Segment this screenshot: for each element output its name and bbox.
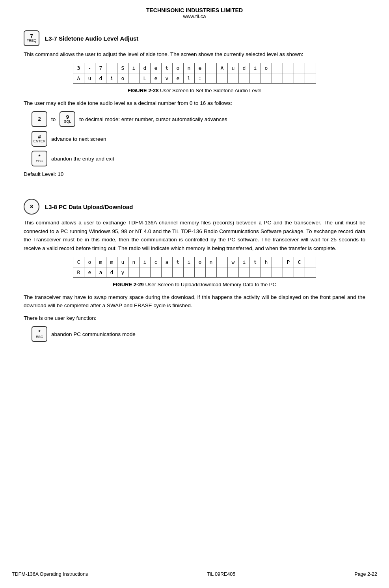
lcd-cell: v bbox=[162, 73, 173, 83]
lcd-cell bbox=[250, 267, 261, 277]
lcd-cell: o bbox=[117, 73, 128, 83]
lcd-cell bbox=[283, 73, 294, 83]
figure-2-28-lcd: 3-7SidetoneAudioAudioLevel: bbox=[73, 63, 316, 84]
key-row-2-to-9: 2 to 9 SQL to decimal mode: enter number… bbox=[32, 111, 365, 127]
key-2-9-desc: to decimal mode: enter number, cursor au… bbox=[79, 116, 227, 122]
key-enter-icon: # ENTER bbox=[32, 131, 47, 147]
lcd-cell: u bbox=[228, 63, 239, 73]
lcd-cell bbox=[217, 267, 228, 277]
section-l3-7-header: 7 FREQ L3-7 Sidetone Audio Level Adjust bbox=[24, 30, 365, 46]
lcd-cell bbox=[305, 257, 316, 267]
lcd-cell bbox=[128, 267, 140, 277]
section-l3-8-body3: There is one user key function: bbox=[24, 314, 365, 323]
lcd-cell: h bbox=[261, 257, 272, 267]
lcd-cell bbox=[173, 267, 184, 277]
lcd-cell bbox=[294, 63, 305, 73]
default-level: Default Level: 10 bbox=[24, 171, 365, 177]
section-l3-8-body1: This command allows a user to exchange T… bbox=[24, 218, 365, 252]
lcd-cell bbox=[184, 267, 195, 277]
lcd-cell: y bbox=[117, 267, 128, 277]
lcd-cell bbox=[140, 267, 151, 277]
lcd-cell: A bbox=[73, 73, 84, 83]
figure-2-29-lcd: CommunicationwithPCReady bbox=[73, 257, 316, 278]
key-esc1-desc: abandon the entry and exit bbox=[51, 156, 114, 162]
lcd-cell bbox=[151, 267, 162, 277]
lcd-cell bbox=[305, 63, 316, 73]
lcd-cell bbox=[106, 63, 117, 73]
lcd-cell bbox=[250, 73, 261, 83]
key-2-icon: 2 bbox=[32, 111, 47, 127]
figure-2-28-label: FIGURE 2-28 bbox=[128, 88, 159, 93]
figure-2-29-label: FIGURE 2-29 bbox=[113, 282, 144, 287]
lcd-cell: o bbox=[173, 63, 184, 73]
lcd-cell: R bbox=[73, 267, 84, 277]
lcd-cell: n bbox=[206, 257, 217, 267]
lcd-cell: a bbox=[95, 267, 106, 277]
lcd-cell bbox=[162, 267, 173, 277]
lcd-cell: i bbox=[184, 257, 195, 267]
page-header: TECHNISONIC INDUSTRIES LIMITED www.til.c… bbox=[0, 0, 389, 22]
lcd-cell bbox=[206, 267, 217, 277]
key-row-esc2: * ESC abandon PC communications mode bbox=[32, 326, 365, 342]
lcd-cell bbox=[272, 73, 283, 83]
lcd-cell: c bbox=[151, 257, 162, 267]
lcd-cell: : bbox=[195, 73, 206, 83]
lcd-cell: e bbox=[84, 267, 95, 277]
lcd-cell bbox=[228, 73, 239, 83]
lcd-cell bbox=[294, 267, 305, 277]
lcd-cell: C bbox=[73, 257, 84, 267]
lcd-cell bbox=[305, 73, 316, 83]
lcd-cell: m bbox=[106, 257, 117, 267]
website: www.til.ca bbox=[0, 13, 389, 19]
lcd-cell: t bbox=[173, 257, 184, 267]
lcd-cell bbox=[272, 63, 283, 73]
lcd-cell bbox=[283, 63, 294, 73]
lcd-cell: A bbox=[217, 63, 228, 73]
section-l3-7-title: L3-7 Sidetone Audio Level Adjust bbox=[45, 35, 138, 42]
section-l3-7-body2: The user may edit the side tone audio le… bbox=[24, 99, 365, 108]
lcd-cell: 7 bbox=[95, 63, 106, 73]
lcd-cell bbox=[272, 267, 283, 277]
section-l3-8-body2: The transceiver may have to swap memory … bbox=[24, 293, 365, 310]
to-text: to bbox=[51, 116, 56, 122]
lcd-cell: d bbox=[239, 63, 250, 73]
lcd-cell: w bbox=[228, 257, 239, 267]
lcd-cell: i bbox=[239, 257, 250, 267]
lcd-cell: - bbox=[84, 63, 95, 73]
lcd-cell bbox=[272, 257, 283, 267]
lcd-cell: o bbox=[84, 257, 95, 267]
lcd-cell: n bbox=[128, 257, 140, 267]
lcd-cell: d bbox=[106, 267, 117, 277]
section-l3-8-title: L3-8 PC Data Upload/Download bbox=[45, 203, 133, 210]
lcd-cell: i bbox=[128, 63, 140, 73]
section-divider bbox=[24, 189, 365, 189]
lcd-cell: o bbox=[195, 257, 206, 267]
company-name: TECHNISONIC INDUSTRIES LIMITED bbox=[0, 7, 389, 13]
lcd-cell: l bbox=[184, 73, 195, 83]
lcd-cell: e bbox=[151, 63, 162, 73]
lcd-cell bbox=[294, 73, 305, 83]
lcd-cell bbox=[261, 73, 272, 83]
lcd-cell: e bbox=[151, 73, 162, 83]
key-7-freq-icon: 7 FREQ bbox=[24, 30, 39, 46]
lcd-cell: L bbox=[140, 73, 151, 83]
lcd-cell bbox=[261, 267, 272, 277]
figure-2-29-caption: FIGURE 2-29 User Screen to Upload/Downlo… bbox=[24, 282, 365, 287]
lcd-cell: u bbox=[117, 257, 128, 267]
key-row-esc1: * ESC abandon the entry and exit bbox=[32, 151, 365, 166]
key-enter-desc: advance to next screen bbox=[51, 136, 106, 142]
figure-2-28-caption: FIGURE 2-28 User Screen to Set the Sidet… bbox=[24, 88, 365, 93]
lcd-cell: m bbox=[95, 257, 106, 267]
lcd-cell bbox=[217, 73, 228, 83]
lcd-cell: t bbox=[250, 257, 261, 267]
lcd-cell: d bbox=[140, 63, 151, 73]
key-9-sql-icon: 9 SQL bbox=[60, 111, 75, 127]
figure-2-28-text: User Screen to Set the Sidetone Audio Le… bbox=[160, 88, 261, 93]
lcd-cell: i bbox=[106, 73, 117, 83]
key-8-icon: 8 bbox=[24, 199, 39, 215]
footer-center: TiL 09RE405 bbox=[207, 571, 235, 577]
lcd-cell: C bbox=[294, 257, 305, 267]
lcd-cell bbox=[305, 267, 316, 277]
lcd-cell: i bbox=[140, 257, 151, 267]
lcd-cell: S bbox=[117, 63, 128, 73]
